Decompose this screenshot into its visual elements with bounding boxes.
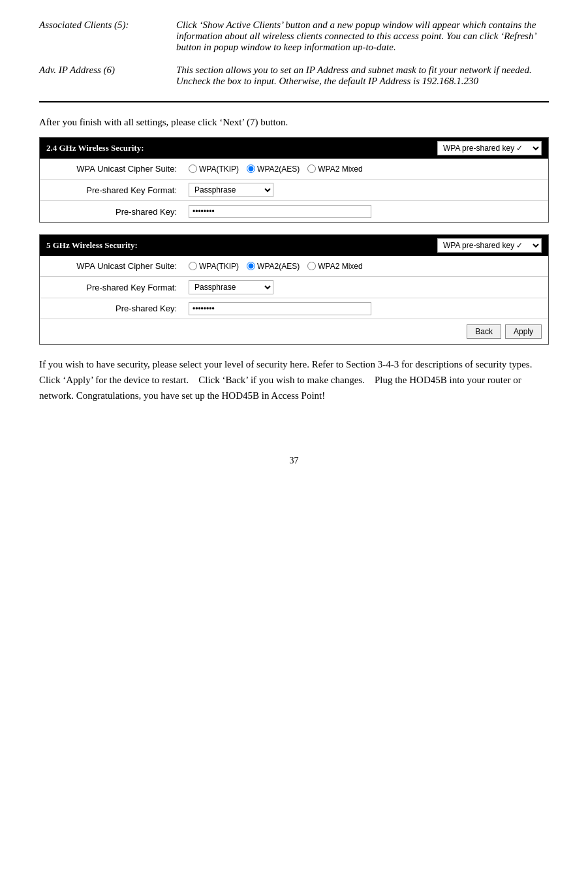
cipher-aes-label-5ghz[interactable]: WPA2(AES) (247, 262, 300, 271)
key-format-label-24ghz: Pre-shared Key Format: (40, 182, 183, 198)
panel-24ghz: 2.4 GHz Wireless Security: WPA pre-share… (39, 137, 549, 223)
cipher-label-24ghz: WPA Unicast Cipher Suite: (40, 161, 183, 177)
key-format-value-5ghz: Passphrase HEX (183, 277, 279, 298)
page-number: 37 (39, 456, 549, 466)
footer-text: If you wish to have security, please sel… (39, 356, 549, 403)
cipher-suite-row-24ghz: WPA Unicast Cipher Suite: WPA(TKIP) WPA2… (40, 159, 548, 180)
intro-text: After you finish with all settings, plea… (39, 117, 549, 128)
key-format-value-24ghz: Passphrase HEX (183, 180, 279, 200)
cipher-tkip-text-24ghz: WPA(TKIP) (199, 164, 239, 174)
cipher-mixed-label-24ghz[interactable]: WPA2 Mixed (307, 164, 362, 174)
psk-value-5ghz (183, 299, 377, 319)
associated-clients-definition: Associated Clients (5): Click ‘Show Acti… (39, 20, 549, 53)
cipher-radio-group-5ghz: WPA(TKIP) WPA2(AES) WPA2 Mixed (189, 262, 363, 271)
apply-button[interactable]: Apply (505, 324, 542, 339)
key-format-row-24ghz: Pre-shared Key Format: Passphrase HEX (40, 180, 548, 201)
key-format-select-24ghz[interactable]: Passphrase HEX (189, 183, 273, 197)
header-5ghz-label: 5 GHz Wireless Security: (46, 240, 138, 251)
psk-input-5ghz[interactable] (189, 302, 371, 315)
header-24ghz: 2.4 GHz Wireless Security: WPA pre-share… (40, 138, 548, 159)
panel-5ghz: 5 GHz Wireless Security: WPA pre-shared … (39, 234, 549, 345)
cipher-value-5ghz: WPA(TKIP) WPA2(AES) WPA2 Mixed (183, 258, 368, 274)
cipher-mixed-label-5ghz[interactable]: WPA2 Mixed (307, 262, 362, 271)
cipher-radio-group-24ghz: WPA(TKIP) WPA2(AES) WPA2 Mixed (189, 164, 363, 174)
cipher-mixed-text-5ghz: WPA2 Mixed (318, 262, 362, 271)
adv-ip-definition: Adv. IP Address (6) This section allows … (39, 65, 549, 87)
header-24ghz-label: 2.4 GHz Wireless Security: (46, 143, 144, 153)
cipher-aes-text-5ghz: WPA2(AES) (257, 262, 300, 271)
back-button[interactable]: Back (467, 324, 501, 339)
cipher-tkip-label-24ghz[interactable]: WPA(TKIP) (189, 164, 239, 174)
psk-row-5ghz: Pre-shared Key: (40, 298, 548, 319)
section-divider (39, 101, 549, 102)
psk-value-24ghz (183, 202, 377, 221)
cipher-mixed-radio-5ghz[interactable] (307, 262, 316, 270)
security-select-5ghz[interactable]: WPA pre-shared key ✓ WEP Disable (437, 238, 542, 253)
key-format-label-5ghz: Pre-shared Key Format: (40, 279, 183, 296)
cipher-tkip-radio-24ghz[interactable] (189, 164, 197, 173)
cipher-aes-text-24ghz: WPA2(AES) (257, 164, 300, 174)
cipher-tkip-radio-5ghz[interactable] (189, 262, 197, 270)
key-format-row-5ghz: Pre-shared Key Format: Passphrase HEX (40, 277, 548, 298)
cipher-label-5ghz: WPA Unicast Cipher Suite: (40, 258, 183, 274)
cipher-mixed-radio-24ghz[interactable] (307, 164, 316, 173)
associated-clients-term: Associated Clients (5): (39, 20, 176, 53)
psk-label-5ghz: Pre-shared Key: (40, 300, 183, 317)
cipher-tkip-text-5ghz: WPA(TKIP) (199, 262, 239, 271)
cipher-aes-radio-24ghz[interactable] (247, 164, 255, 173)
cipher-suite-row-5ghz: WPA Unicast Cipher Suite: WPA(TKIP) WPA2… (40, 256, 548, 277)
cipher-value-24ghz: WPA(TKIP) WPA2(AES) WPA2 Mixed (183, 161, 368, 177)
cipher-mixed-text-24ghz: WPA2 Mixed (318, 164, 362, 174)
cipher-tkip-label-5ghz[interactable]: WPA(TKIP) (189, 262, 239, 271)
key-format-select-5ghz[interactable]: Passphrase HEX (189, 280, 273, 294)
adv-ip-term: Adv. IP Address (6) (39, 65, 176, 87)
associated-clients-desc: Click ‘Show Active Clients’ button and a… (176, 20, 549, 53)
cipher-aes-label-24ghz[interactable]: WPA2(AES) (247, 164, 300, 174)
psk-input-24ghz[interactable] (189, 205, 371, 218)
cipher-aes-radio-5ghz[interactable] (247, 262, 255, 270)
psk-row-24ghz: Pre-shared Key: (40, 201, 548, 222)
button-row: Back Apply (40, 319, 548, 344)
adv-ip-desc: This section allows you to set an IP Add… (176, 65, 549, 87)
security-select-24ghz[interactable]: WPA pre-shared key ✓ WEP Disable (437, 141, 542, 155)
header-5ghz: 5 GHz Wireless Security: WPA pre-shared … (40, 235, 548, 256)
psk-label-24ghz: Pre-shared Key: (40, 204, 183, 220)
